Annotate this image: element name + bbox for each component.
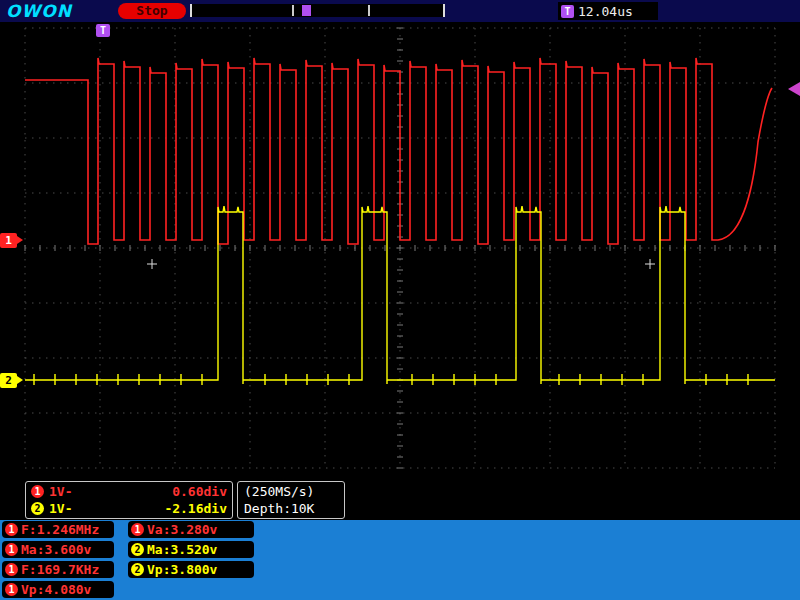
trigger-t-icon: T: [561, 5, 574, 18]
channel-badge: 1: [5, 543, 18, 556]
trigger-horizontal-position-marker[interactable]: T: [96, 24, 110, 37]
trigger-position-readout: T 12.04us: [558, 2, 658, 20]
measurement-value: F:1.246MHz: [21, 522, 99, 537]
channel1-offset: 0.60div: [172, 484, 227, 499]
measurement-pill: 2 Ma:3.520v: [128, 541, 254, 558]
stop-button[interactable]: Stop: [118, 3, 186, 19]
channel2-marker[interactable]: 2: [0, 373, 17, 388]
measurement-value: Vp:3.800v: [147, 562, 217, 577]
channel2-scale: 1V-: [49, 501, 72, 516]
measurement-pill: 1 Va:3.280v: [128, 521, 254, 538]
measurement-value: Ma:3.600v: [21, 542, 91, 557]
owon-logo: OWON: [6, 1, 72, 21]
oscilloscope-screen: OWON Stop T 12.04us T 1 2 1 1V- 0.60div …: [0, 0, 800, 600]
channel-badge: 1: [5, 583, 18, 596]
measurement-pill: 1 Ma:3.600v: [2, 541, 114, 558]
sample-rate: (250MS/s): [244, 483, 338, 500]
measurement-pill: 2 Vp:3.800v: [128, 561, 254, 578]
measurement-value: Vp:4.080v: [21, 582, 91, 597]
channel2-info-row: 2 1V- -2.16div: [31, 500, 227, 517]
channel1-scale: 1V-: [49, 484, 72, 499]
memory-position-bar: [190, 4, 445, 17]
memory-window-left-tick: [292, 5, 294, 16]
memory-window-right-tick: [368, 5, 370, 16]
measurement-value: Va:3.280v: [147, 522, 217, 537]
acquisition-info-box: (250MS/s) Depth:10K: [237, 481, 345, 519]
channel2-offset: -2.16div: [164, 501, 227, 516]
measurement-pill: 1 F:169.7KHz: [2, 561, 114, 578]
channel-info-box: 1 1V- 0.60div 2 1V- -2.16div: [25, 481, 233, 519]
scope-grid-and-waveforms: [0, 22, 800, 480]
channel1-badge: 1: [31, 485, 44, 498]
trigger-level-arrow-icon[interactable]: [781, 82, 800, 96]
measurement-value: F:169.7KHz: [21, 562, 99, 577]
bottom-bar: 1 F:1.246MHz 1 Va:3.280v 1 Ma:3.600v 2 M…: [0, 520, 800, 600]
measurement-pill: 1 Vp:4.080v: [2, 581, 114, 598]
waveform-display: T 1 2: [0, 22, 800, 480]
memory-bar-right-tick: [443, 4, 445, 17]
channel1-info-row: 1 1V- 0.60div: [31, 483, 227, 500]
channel-badge: 1: [5, 523, 18, 536]
channel1-marker[interactable]: 1: [0, 233, 17, 248]
measurement-value: Ma:3.520v: [147, 542, 217, 557]
channel-badge: 2: [131, 563, 144, 576]
memory-depth: Depth:10K: [244, 500, 338, 517]
measurement-pill: 1 F:1.246MHz: [2, 521, 114, 538]
memory-bar-left-tick: [190, 4, 192, 17]
top-bar: OWON Stop T 12.04us: [0, 0, 800, 22]
memory-trigger-marker: [302, 5, 311, 16]
channel-badge: 1: [5, 563, 18, 576]
channel-badge: 1: [131, 523, 144, 536]
channel2-badge: 2: [31, 502, 44, 515]
measurement-list: 1 F:1.246MHz 1 Va:3.280v 1 Ma:3.600v 2 M…: [2, 521, 254, 600]
trigger-time: 12.04us: [578, 4, 633, 19]
channel-badge: 2: [131, 543, 144, 556]
